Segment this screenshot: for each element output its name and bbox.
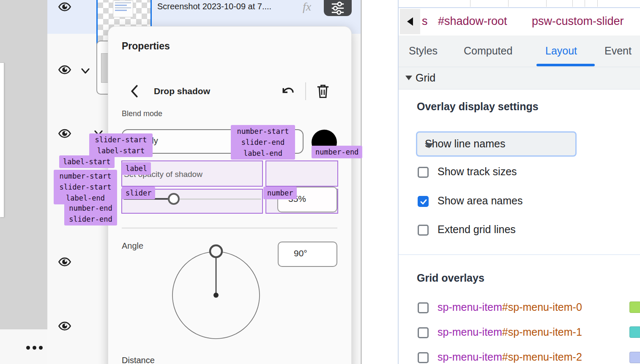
right-gutter bbox=[362, 0, 398, 364]
grid-section-label: Grid bbox=[416, 72, 435, 84]
line-names-select[interactable]: Show line names bbox=[416, 131, 577, 157]
grid-overlay-checkbox[interactable] bbox=[418, 352, 429, 363]
header-divider bbox=[305, 82, 306, 100]
element-id: #sp-menu-item-2 bbox=[502, 351, 582, 363]
grid-line-badge: slider-start label-start bbox=[89, 133, 153, 157]
section-divider bbox=[399, 254, 640, 255]
element-id: #sp-menu-item-0 bbox=[502, 301, 582, 313]
overlay-color-swatch bbox=[629, 302, 640, 313]
grid-overlay-checkbox[interactable] bbox=[418, 302, 429, 313]
slider-track[interactable] bbox=[180, 198, 261, 200]
grid-line-badge: number-end bbox=[312, 146, 362, 158]
select-caret-icon bbox=[425, 143, 433, 148]
angle-dial[interactable] bbox=[170, 243, 263, 344]
element-name: sp-menu-item bbox=[438, 326, 502, 338]
grid-line-badge: label-start bbox=[59, 155, 115, 168]
grid-area-badge: label bbox=[122, 162, 151, 175]
section-divider bbox=[122, 228, 337, 228]
angle-label: Angle bbox=[122, 241, 143, 251]
layer-visibility-eye-icon[interactable] bbox=[58, 128, 71, 140]
line-names-select-value: Show line names bbox=[425, 138, 505, 150]
tab-styles[interactable]: Styles bbox=[409, 45, 438, 57]
layer-visibility-eye-icon[interactable] bbox=[58, 2, 71, 13]
show-track-sizes-checkbox[interactable] bbox=[418, 167, 429, 178]
breadcrumb-item[interactable]: psw-custom-slider bbox=[532, 15, 624, 28]
sliders-icon bbox=[331, 0, 345, 16]
show-track-sizes-label[interactable]: Show track sizes bbox=[438, 166, 517, 178]
tab-computed[interactable]: Computed bbox=[464, 45, 512, 57]
layer-name[interactable]: Screenshot 2023-10-09 at 7.... bbox=[157, 2, 284, 11]
grid-overlay-label[interactable]: sp-menu-item#sp-menu-item-0 bbox=[438, 301, 582, 313]
breadcrumb-item[interactable]: s bbox=[422, 15, 428, 28]
layer-visibility-eye-icon[interactable] bbox=[58, 321, 71, 332]
tab-layout[interactable]: Layout bbox=[545, 45, 577, 57]
breadcrumb-item[interactable]: #shadow-root bbox=[438, 15, 507, 28]
grid-overlay-checkbox[interactable] bbox=[418, 327, 429, 338]
opacity-slider-thumb[interactable] bbox=[168, 193, 180, 205]
grid-cell-empty bbox=[265, 160, 338, 187]
grid-line-badge: number-start slider-start label-end bbox=[54, 170, 117, 204]
layer-visibility-eye-icon[interactable] bbox=[58, 257, 71, 268]
grid-line-badge: number-start slider-end label-end bbox=[231, 125, 295, 160]
tab-event-listeners[interactable]: Event bbox=[604, 45, 632, 57]
grid-line-badge: number-end slider-end bbox=[64, 202, 117, 225]
angle-dial-handle[interactable] bbox=[210, 245, 222, 257]
devtools-top-strip bbox=[399, 0, 640, 8]
layer-effects-fx-badge: fx bbox=[303, 0, 311, 14]
layer-options-button[interactable] bbox=[324, 0, 352, 16]
breadcrumb-back-button[interactable] bbox=[400, 9, 420, 34]
document-canvas-edge bbox=[0, 62, 4, 217]
trash-icon[interactable] bbox=[315, 83, 331, 99]
grid-area-badge: slider bbox=[122, 187, 155, 199]
blend-mode-label: Blend mode bbox=[122, 109, 162, 118]
active-tab-underline bbox=[536, 64, 595, 66]
layer-visibility-eye-icon[interactable] bbox=[58, 65, 71, 76]
angle-number-input[interactable]: 90° bbox=[278, 242, 337, 267]
disclosure-triangle-icon bbox=[405, 76, 412, 80]
grid-overlays-title: Grid overlays bbox=[417, 272, 484, 284]
extend-grid-lines-checkbox[interactable] bbox=[418, 225, 429, 236]
canvas-pasteboard bbox=[0, 0, 47, 329]
grid-area-badge: number bbox=[263, 187, 297, 199]
show-area-names-checkbox[interactable] bbox=[418, 196, 429, 207]
angle-value: 90° bbox=[294, 248, 307, 258]
overlay-settings-title: Overlay display settings bbox=[417, 101, 539, 113]
devtools-tab-bar: Styles Computed Layout Event bbox=[399, 35, 640, 67]
grid-overlay-label[interactable]: sp-menu-item#sp-menu-item-1 bbox=[438, 326, 582, 338]
element-name: sp-menu-item bbox=[438, 301, 502, 313]
grid-overlay-label[interactable]: sp-menu-item#sp-menu-item-2 bbox=[438, 351, 582, 363]
back-chevron-icon[interactable] bbox=[130, 85, 139, 98]
extend-grid-lines-label[interactable]: Extend grid lines bbox=[438, 223, 516, 236]
more-options-icon[interactable] bbox=[26, 345, 43, 350]
devtools-pane: s #shadow-root psw-custom-slider Styles … bbox=[398, 0, 640, 364]
undo-icon[interactable] bbox=[280, 84, 295, 99]
show-area-names-label[interactable]: Show area names bbox=[438, 195, 523, 207]
overlay-color-swatch bbox=[629, 326, 640, 338]
overlay-color-swatch bbox=[629, 352, 640, 363]
layer-thumbnail-content bbox=[113, 0, 133, 17]
element-id: #sp-menu-item-1 bbox=[502, 326, 582, 338]
element-name: sp-menu-item bbox=[438, 351, 502, 363]
distance-label: Distance bbox=[122, 356, 155, 364]
properties-title: Properties bbox=[122, 41, 170, 52]
chevron-down-icon[interactable] bbox=[79, 66, 91, 76]
left-triangle-icon bbox=[407, 17, 413, 26]
devtools-breadcrumb-bar: s #shadow-root psw-custom-slider bbox=[399, 8, 640, 35]
effect-title: Drop shadow bbox=[154, 86, 210, 96]
grid-section-header[interactable]: Grid bbox=[399, 67, 640, 90]
